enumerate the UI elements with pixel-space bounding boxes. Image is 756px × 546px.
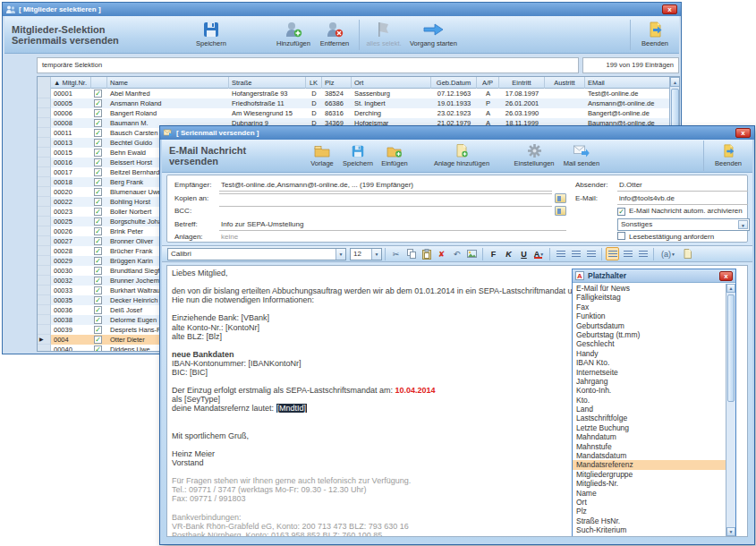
remove-member-button[interactable]: Entfernen (314, 17, 355, 53)
row-checkbox-icon[interactable]: ✓ (94, 188, 102, 196)
template-button[interactable]: Vorlage (305, 138, 339, 174)
placeholder-item[interactable]: Fälligkeitstag (573, 293, 726, 302)
email-body-editor[interactable]: Liebes Mitglied, den von dir bislang ert… (166, 265, 748, 537)
placeholder-item[interactable]: Jahrgang (573, 377, 726, 386)
placeholder-item[interactable]: IBAN Kto. (573, 358, 726, 367)
row-checkbox-icon[interactable]: ✓ (94, 326, 102, 334)
row-checkbox-icon[interactable]: ✓ (94, 267, 102, 275)
column-header-name[interactable]: Name (107, 77, 229, 89)
table-row[interactable]: 00001✓Abel ManfredHofangerstraße 93D3852… (38, 89, 679, 98)
select-all-button[interactable]: alles selekt. (363, 17, 404, 53)
row-checkbox-icon[interactable]: ✓ (94, 168, 102, 176)
placeholder-item[interactable]: Mahnstufe (573, 442, 726, 451)
row-checkbox-icon[interactable]: ✓ (94, 139, 102, 147)
placeholder-item[interactable]: Mitglieds-Nr. (573, 479, 726, 488)
placeholder-item[interactable]: Kto. (573, 396, 726, 405)
start-process-button[interactable]: Vorgang starten (410, 17, 457, 53)
placeholder-item[interactable]: Geschlecht (573, 339, 726, 348)
row-checkbox-icon[interactable]: ✓ (94, 178, 102, 186)
placeholder-panel-header[interactable]: A Platzhalter x (573, 269, 735, 283)
scroll-up-icon[interactable]: ▲ (726, 284, 735, 293)
sender-field[interactable]: D.Otter (617, 180, 748, 192)
read-receipt-checkbox[interactable]: Lesebestätigung anfordern (617, 232, 714, 243)
save-button[interactable]: Speichern (191, 17, 232, 53)
placeholder-item[interactable]: Name (573, 489, 726, 498)
table-row[interactable]: 00006✓Bangert RolandAm Wiesengrund 15D86… (38, 108, 679, 118)
row-checkbox-icon[interactable]: ✓ (94, 346, 102, 352)
exit-button[interactable]: Beenden (708, 138, 749, 174)
row-checkbox-icon[interactable]: ✓ (94, 129, 102, 137)
image-icon[interactable] (465, 247, 479, 260)
font-select[interactable]: Calibri ▼ (167, 248, 346, 260)
row-checkbox-icon[interactable]: ✓ (94, 237, 102, 245)
placeholder-item[interactable]: Konto-Inh. (573, 386, 726, 395)
indent-icon[interactable] (584, 247, 598, 260)
row-checkbox-icon[interactable]: ✓ (94, 99, 102, 107)
placeholder-item[interactable]: Geburtstag (tt.mm) (573, 330, 726, 339)
placeholder-item[interactable]: Plz (573, 507, 726, 516)
placeholder-item[interactable]: Ort (573, 498, 726, 507)
row-checkbox-icon[interactable]: ✓ (94, 257, 102, 265)
placeholder-item[interactable]: Mandatsreferenz (573, 460, 726, 469)
row-checkbox-icon[interactable]: ✓ (94, 208, 102, 216)
column-header-street[interactable]: Straße (229, 77, 306, 89)
column-header-lk[interactable]: LK (306, 77, 322, 89)
placeholder-item[interactable]: Geburtsdatum (573, 321, 726, 330)
copy-icon[interactable] (404, 247, 418, 260)
close-icon[interactable]: x (719, 271, 733, 281)
cut-icon[interactable]: ✂ (389, 247, 403, 260)
placeholder-item[interactable]: Fax (573, 303, 726, 311)
placeholder-item[interactable]: Mitgliedergruppe (573, 470, 726, 479)
scrollbar-thumb[interactable] (727, 294, 735, 402)
placeholder-item[interactable]: Lastschriftfolge (573, 414, 726, 422)
address-book-icon[interactable] (555, 193, 566, 203)
row-checkbox-icon[interactable]: ✓ (94, 198, 102, 206)
row-checkbox-icon[interactable]: ✓ (94, 306, 102, 314)
delete-icon[interactable]: ✘ (435, 247, 448, 260)
close-icon[interactable]: x (735, 128, 751, 138)
placeholder-item[interactable]: Land (573, 405, 726, 414)
temporary-selection-field[interactable]: temporäre Selektion (37, 57, 579, 73)
column-header-email[interactable]: EMail (585, 77, 670, 89)
subject-field[interactable]: Info zur SEPA-Umstellung (219, 219, 566, 231)
column-header-chk[interactable] (91, 77, 107, 89)
placeholder-item[interactable]: Funktion (573, 311, 726, 320)
bcc-field[interactable] (219, 206, 552, 207)
cc-field[interactable] (219, 193, 552, 194)
placeholder-item[interactable]: E-Mail für News (573, 284, 726, 293)
align-center-button[interactable] (621, 247, 634, 260)
placeholder-item[interactable]: Letzte Buchung (573, 423, 726, 432)
row-checkbox-icon[interactable]: ✓ (94, 90, 102, 98)
list-icon[interactable] (554, 247, 567, 260)
send-mail-button[interactable]: Mail senden (559, 138, 604, 174)
column-header-geb[interactable]: Geb.Datum (431, 77, 477, 89)
add-member-button[interactable]: Hinzufügen (273, 17, 314, 53)
scroll-down-icon[interactable]: ▼ (726, 527, 735, 536)
row-checkbox-icon[interactable]: ✓ (94, 149, 102, 157)
column-header-ein[interactable]: Eintritt (499, 77, 545, 89)
address-book-icon[interactable] (555, 206, 566, 216)
row-checkbox-icon[interactable]: ✓ (94, 119, 102, 127)
archive-category-select[interactable]: Sonstiges ▼ (617, 218, 750, 231)
row-checkbox-icon[interactable]: ✓ (94, 286, 102, 294)
placeholder-item[interactable]: Handy (573, 349, 726, 358)
exit-button[interactable]: Beenden (634, 17, 675, 53)
column-header-ort[interactable]: Ort (352, 77, 431, 89)
row-checkbox-icon[interactable]: ✓ (94, 109, 102, 117)
bold-button[interactable]: F (487, 247, 500, 260)
align-right-button[interactable] (636, 247, 650, 260)
member-window-titlebar[interactable]: [ Mitglieder selektieren ] x (3, 3, 681, 16)
outdent-icon[interactable] (569, 247, 582, 260)
archive-checkbox[interactable]: ✓E-Mail Nachricht autom. archivieren (617, 206, 743, 217)
insert-button[interactable]: Einfügen (377, 138, 412, 174)
align-left-button[interactable] (606, 247, 619, 260)
row-checkbox-icon[interactable]: ✓ (94, 316, 102, 324)
placeholder-item[interactable]: Straße HsNr. (573, 516, 726, 525)
font-size-select[interactable]: 12 ▼ (350, 248, 382, 260)
save-button[interactable]: Speichern (339, 138, 377, 174)
row-checkbox-icon[interactable]: ✓ (94, 296, 102, 304)
placeholder-item[interactable]: Mandatsdatum (573, 451, 726, 460)
placeholder-scrollbar[interactable]: ▲ ▼ (726, 284, 735, 536)
table-row[interactable]: 00005✓Ansmann RolandFriedhofstraße 11D66… (38, 98, 679, 108)
add-attachment-button[interactable]: Anlage hinzufügen (429, 138, 495, 174)
